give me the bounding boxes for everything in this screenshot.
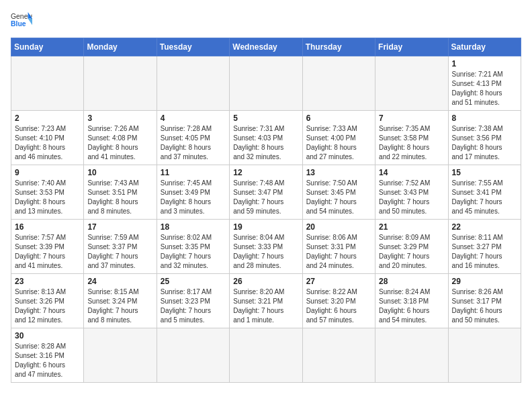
weekday-tuesday: Tuesday — [157, 38, 229, 56]
calendar-cell: 12Sunrise: 7:48 AM Sunset: 3:47 PM Dayli… — [230, 165, 302, 220]
calendar-week-0: 1Sunrise: 7:21 AM Sunset: 4:13 PM Daylig… — [11, 56, 521, 111]
day-number: 2 — [15, 113, 80, 123]
calendar-cell — [84, 328, 157, 383]
day-info: Sunrise: 7:28 AM Sunset: 4:05 PM Dayligh… — [161, 124, 226, 162]
calendar-cell: 17Sunrise: 7:59 AM Sunset: 3:37 PM Dayli… — [84, 220, 157, 274]
day-number: 11 — [161, 168, 226, 177]
calendar-cell — [375, 56, 448, 111]
calendar-cell — [84, 56, 157, 111]
day-number: 28 — [379, 277, 444, 286]
calendar-cell — [157, 328, 229, 383]
day-info: Sunrise: 8:09 AM Sunset: 3:29 PM Dayligh… — [379, 233, 444, 271]
day-info: Sunrise: 8:26 AM Sunset: 3:17 PM Dayligh… — [452, 287, 517, 325]
calendar-cell: 27Sunrise: 8:22 AM Sunset: 3:20 PM Dayli… — [302, 274, 375, 328]
calendar-cell: 8Sunrise: 7:38 AM Sunset: 3:56 PM Daylig… — [448, 111, 521, 165]
calendar-cell — [448, 328, 521, 383]
day-info: Sunrise: 8:15 AM Sunset: 3:24 PM Dayligh… — [87, 287, 152, 325]
calendar-week-3: 16Sunrise: 7:57 AM Sunset: 3:39 PM Dayli… — [11, 220, 521, 274]
calendar-cell: 4Sunrise: 7:28 AM Sunset: 4:05 PM Daylig… — [157, 111, 229, 165]
calendar-cell: 29Sunrise: 8:26 AM Sunset: 3:17 PM Dayli… — [448, 274, 521, 328]
page-header: General Blue — [11, 11, 521, 30]
calendar-cell — [302, 328, 375, 383]
day-number: 29 — [452, 277, 517, 286]
day-number: 10 — [87, 168, 152, 177]
logo: General Blue — [11, 11, 32, 30]
day-info: Sunrise: 7:23 AM Sunset: 4:10 PM Dayligh… — [15, 124, 80, 162]
weekday-thursday: Thursday — [302, 38, 375, 56]
calendar-cell: 22Sunrise: 8:11 AM Sunset: 3:27 PM Dayli… — [448, 220, 521, 274]
day-info: Sunrise: 8:22 AM Sunset: 3:20 PM Dayligh… — [306, 287, 371, 325]
day-info: Sunrise: 7:57 AM Sunset: 3:39 PM Dayligh… — [15, 233, 80, 271]
day-info: Sunrise: 7:52 AM Sunset: 3:43 PM Dayligh… — [379, 179, 444, 216]
day-info: Sunrise: 7:31 AM Sunset: 4:03 PM Dayligh… — [233, 124, 298, 162]
day-info: Sunrise: 8:04 AM Sunset: 3:33 PM Dayligh… — [233, 233, 298, 271]
day-info: Sunrise: 8:13 AM Sunset: 3:26 PM Dayligh… — [15, 287, 80, 325]
calendar-cell: 16Sunrise: 7:57 AM Sunset: 3:39 PM Dayli… — [11, 220, 84, 274]
calendar-cell: 3Sunrise: 7:26 AM Sunset: 4:08 PM Daylig… — [84, 111, 157, 165]
weekday-wednesday: Wednesday — [230, 38, 302, 56]
day-info: Sunrise: 8:20 AM Sunset: 3:21 PM Dayligh… — [233, 287, 298, 325]
calendar-week-1: 2Sunrise: 7:23 AM Sunset: 4:10 PM Daylig… — [11, 111, 521, 165]
day-number: 13 — [306, 168, 371, 177]
calendar-cell — [375, 328, 448, 383]
calendar-cell: 18Sunrise: 8:02 AM Sunset: 3:35 PM Dayli… — [157, 220, 229, 274]
day-number: 9 — [15, 168, 80, 177]
weekday-friday: Friday — [375, 38, 448, 56]
day-number: 23 — [15, 277, 80, 286]
weekday-monday: Monday — [84, 38, 157, 56]
day-number: 17 — [87, 222, 152, 232]
day-number: 26 — [233, 277, 298, 286]
day-number: 30 — [15, 331, 80, 340]
day-info: Sunrise: 7:50 AM Sunset: 3:45 PM Dayligh… — [306, 179, 371, 216]
calendar-cell: 14Sunrise: 7:52 AM Sunset: 3:43 PM Dayli… — [375, 165, 448, 220]
day-number: 15 — [452, 168, 517, 177]
calendar-cell: 10Sunrise: 7:43 AM Sunset: 3:51 PM Dayli… — [84, 165, 157, 220]
day-info: Sunrise: 7:26 AM Sunset: 4:08 PM Dayligh… — [87, 124, 152, 162]
day-number: 12 — [233, 168, 298, 177]
calendar-week-5: 30Sunrise: 8:28 AM Sunset: 3:16 PM Dayli… — [11, 328, 521, 383]
day-info: Sunrise: 8:17 AM Sunset: 3:23 PM Dayligh… — [161, 287, 226, 325]
day-number: 1 — [452, 59, 517, 68]
day-number: 3 — [87, 113, 152, 123]
calendar-cell: 13Sunrise: 7:50 AM Sunset: 3:45 PM Dayli… — [302, 165, 375, 220]
calendar-cell: 23Sunrise: 8:13 AM Sunset: 3:26 PM Dayli… — [11, 274, 84, 328]
calendar-cell: 25Sunrise: 8:17 AM Sunset: 3:23 PM Dayli… — [157, 274, 229, 328]
calendar-table: SundayMondayTuesdayWednesdayThursdayFrid… — [11, 38, 521, 383]
day-number: 25 — [161, 277, 226, 286]
day-number: 20 — [306, 222, 371, 232]
day-info: Sunrise: 8:02 AM Sunset: 3:35 PM Dayligh… — [161, 233, 226, 271]
day-number: 6 — [306, 113, 371, 123]
day-number: 4 — [161, 113, 226, 123]
day-number: 21 — [379, 222, 444, 232]
day-number: 7 — [379, 113, 444, 123]
day-info: Sunrise: 7:33 AM Sunset: 4:00 PM Dayligh… — [306, 124, 371, 162]
calendar-cell: 15Sunrise: 7:55 AM Sunset: 3:41 PM Dayli… — [448, 165, 521, 220]
calendar-week-2: 9Sunrise: 7:40 AM Sunset: 3:53 PM Daylig… — [11, 165, 521, 220]
calendar-cell: 30Sunrise: 8:28 AM Sunset: 3:16 PM Dayli… — [11, 328, 84, 383]
day-info: Sunrise: 7:38 AM Sunset: 3:56 PM Dayligh… — [452, 124, 517, 162]
day-number: 19 — [233, 222, 298, 232]
day-info: Sunrise: 7:21 AM Sunset: 4:13 PM Dayligh… — [452, 70, 517, 107]
weekday-saturday: Saturday — [448, 38, 521, 56]
day-info: Sunrise: 7:45 AM Sunset: 3:49 PM Dayligh… — [161, 179, 226, 216]
day-info: Sunrise: 7:35 AM Sunset: 3:58 PM Dayligh… — [379, 124, 444, 162]
calendar-cell: 28Sunrise: 8:24 AM Sunset: 3:18 PM Dayli… — [375, 274, 448, 328]
day-number: 18 — [161, 222, 226, 232]
weekday-sunday: Sunday — [11, 38, 84, 56]
calendar-week-4: 23Sunrise: 8:13 AM Sunset: 3:26 PM Dayli… — [11, 274, 521, 328]
day-info: Sunrise: 8:24 AM Sunset: 3:18 PM Dayligh… — [379, 287, 444, 325]
calendar-cell — [11, 56, 84, 111]
day-number: 24 — [87, 277, 152, 286]
calendar-cell: 2Sunrise: 7:23 AM Sunset: 4:10 PM Daylig… — [11, 111, 84, 165]
day-info: Sunrise: 8:28 AM Sunset: 3:16 PM Dayligh… — [15, 342, 80, 379]
calendar-cell — [230, 328, 302, 383]
day-number: 14 — [379, 168, 444, 177]
calendar-cell: 5Sunrise: 7:31 AM Sunset: 4:03 PM Daylig… — [230, 111, 302, 165]
calendar-cell: 1Sunrise: 7:21 AM Sunset: 4:13 PM Daylig… — [448, 56, 521, 111]
day-number: 27 — [306, 277, 371, 286]
day-info: Sunrise: 7:40 AM Sunset: 3:53 PM Dayligh… — [15, 179, 80, 216]
calendar-cell: 9Sunrise: 7:40 AM Sunset: 3:53 PM Daylig… — [11, 165, 84, 220]
svg-text:Blue: Blue — [11, 20, 26, 28]
day-info: Sunrise: 7:59 AM Sunset: 3:37 PM Dayligh… — [87, 233, 152, 271]
calendar-cell — [157, 56, 229, 111]
